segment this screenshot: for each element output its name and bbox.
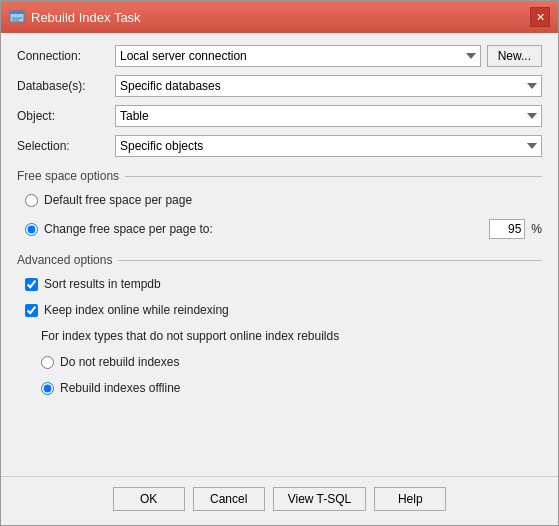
keep-online-checkbox[interactable] <box>25 304 38 317</box>
object-row: Object: Table <box>17 105 542 127</box>
view-tsql-button[interactable]: View T-SQL <box>273 487 367 511</box>
sort-results-checkbox[interactable] <box>25 278 38 291</box>
connection-row: Connection: Local server connection New.… <box>17 45 542 67</box>
percent-label: % <box>531 222 542 236</box>
connection-select[interactable]: Local server connection <box>115 45 481 67</box>
databases-label: Database(s): <box>17 79 107 93</box>
for-index-text: For index types that do not support onli… <box>17 329 542 343</box>
selection-select[interactable]: Specific objects <box>115 135 542 157</box>
selection-label: Selection: <box>17 139 107 153</box>
ok-button[interactable]: OK <box>113 487 185 511</box>
databases-row: Database(s): Specific databases <box>17 75 542 97</box>
default-free-space-row: Default free space per page <box>17 191 542 209</box>
close-button[interactable]: ✕ <box>530 7 550 27</box>
default-free-space-radio[interactable] <box>25 194 38 207</box>
object-label: Object: <box>17 109 107 123</box>
advanced-section-title: Advanced options <box>17 253 542 267</box>
title-bar: Rebuild Index Task ✕ <box>1 1 558 33</box>
rebuild-offline-label: Rebuild indexes offline <box>60 381 181 395</box>
connection-label: Connection: <box>17 49 107 63</box>
connection-controls: Local server connection New... <box>115 45 542 67</box>
free-space-value-input[interactable] <box>489 219 525 239</box>
window-icon <box>9 9 25 25</box>
rebuild-offline-radio[interactable] <box>41 382 54 395</box>
default-free-space-label: Default free space per page <box>44 193 192 207</box>
selection-row: Selection: Specific objects <box>17 135 542 157</box>
new-button[interactable]: New... <box>487 45 542 67</box>
rebuild-offline-row: Rebuild indexes offline <box>17 379 542 397</box>
sort-results-row: Sort results in tempdb <box>17 275 542 293</box>
object-select[interactable]: Table <box>115 105 542 127</box>
help-button[interactable]: Help <box>374 487 446 511</box>
keep-online-row: Keep index online while reindexing <box>17 301 542 319</box>
selection-controls: Specific objects <box>115 135 542 157</box>
svg-rect-1 <box>10 11 24 14</box>
change-free-space-label: Change free space per page to: <box>44 222 483 236</box>
object-controls: Table <box>115 105 542 127</box>
sort-results-label: Sort results in tempdb <box>44 277 161 291</box>
change-free-space-radio[interactable] <box>25 223 38 236</box>
do-not-rebuild-row: Do not rebuild indexes <box>17 353 542 371</box>
content-area: Connection: Local server connection New.… <box>1 33 558 476</box>
do-not-rebuild-radio[interactable] <box>41 356 54 369</box>
databases-select[interactable]: Specific databases <box>115 75 542 97</box>
main-window: Rebuild Index Task ✕ Connection: Local s… <box>0 0 559 526</box>
title-bar-left: Rebuild Index Task <box>9 9 141 25</box>
free-space-section-title: Free space options <box>17 169 542 183</box>
do-not-rebuild-label: Do not rebuild indexes <box>60 355 179 369</box>
bottom-buttons-bar: OK Cancel View T-SQL Help <box>1 476 558 525</box>
keep-online-label: Keep index online while reindexing <box>44 303 229 317</box>
window-title: Rebuild Index Task <box>31 10 141 25</box>
databases-controls: Specific databases <box>115 75 542 97</box>
change-free-space-row: Change free space per page to: % <box>17 217 542 241</box>
cancel-button[interactable]: Cancel <box>193 487 265 511</box>
